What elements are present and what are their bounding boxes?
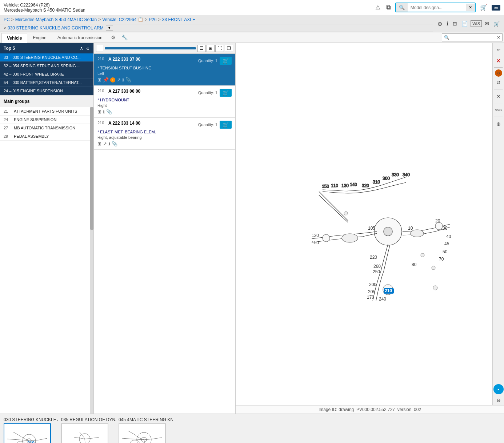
thumb-box-1[interactable] — [61, 423, 108, 443]
main-content: Top 5 ∧ « 33 – 030 STEERING KNUCKLE AND … — [0, 43, 504, 414]
svg-text:340: 340 — [403, 172, 410, 177]
top5-item-4[interactable]: 24 – 015 ENGINE SUSPENSION — [0, 87, 93, 95]
thumb-nav: 030 STEERING KNUCKLE AND CONTROL ARM 📌 ↗ — [4, 417, 500, 443]
cart-add-btn-2[interactable]: 🛒 — [220, 121, 232, 129]
zoom-out-diagram-btn[interactable]: ⊖ — [493, 395, 504, 405]
group-item-27[interactable]: 27 MB AUTOMATIC TRANSMISSION — [0, 124, 93, 132]
thumb-box-0[interactable]: 210 — [4, 423, 51, 443]
bc-pc[interactable]: PC — [4, 17, 10, 22]
svg-text:80: 80 — [412, 262, 417, 267]
model-search-icon[interactable]: 🔍 — [396, 3, 408, 12]
top5-collapse-btn[interactable]: ∧ — [79, 45, 84, 51]
arrow-icon-2[interactable]: ↗ — [103, 141, 107, 146]
cart-add-btn-1[interactable]: 🛒 — [220, 89, 232, 97]
grid-view-btn[interactable]: ⊞ — [207, 45, 215, 52]
warning-button[interactable]: ⚠ — [374, 3, 382, 12]
left-scrollbar[interactable] — [90, 107, 93, 414]
svg-point-40 — [433, 286, 437, 290]
svg-text:240: 240 — [379, 297, 386, 301]
tabs-search-box: 🔍 ✕ — [442, 33, 503, 41]
model-search-input[interactable] — [408, 4, 466, 12]
mail-btn[interactable]: ✉ — [483, 20, 491, 27]
tab-automatic-transmission[interactable]: Automatic transmission — [52, 33, 108, 43]
blue-dot-btn[interactable]: ● — [493, 384, 504, 394]
arrow-icon-0[interactable]: ↗ — [117, 77, 121, 82]
clip-icon-0[interactable]: 📎 — [125, 77, 131, 82]
clip-icon-1[interactable]: 📎 — [106, 109, 112, 114]
sidebar-svg-btn[interactable]: SVG — [493, 105, 504, 115]
bc-dropdown-btn[interactable]: ▼ — [106, 25, 113, 31]
pin-icon-0[interactable]: 📌 — [103, 77, 109, 82]
part-item-1[interactable]: 210 A 217 333 00 00 Quantity: 1 🛒 * HYDR… — [94, 86, 235, 118]
info-icon-0[interactable]: ℹ — [122, 77, 124, 82]
zoom-in-btn[interactable]: ⊕ — [436, 20, 444, 28]
top5-list: 33 – 030 STEERING KNUCKLE AND CO... 32 –… — [0, 53, 93, 95]
bc-p26[interactable]: P26 — [149, 17, 156, 22]
group-item-21[interactable]: 21 ATTACHMENT PARTS FOR UNITS — [0, 107, 93, 116]
grid-icon-2[interactable]: ⊞ — [97, 141, 101, 146]
group-list: 21 ATTACHMENT PARTS FOR UNITS 24 ENGINE … — [0, 107, 93, 414]
bc-front-axle[interactable]: 33 FRONT AXLE — [162, 17, 195, 22]
bc-steering-knuckle[interactable]: 030 STEERING KNUCKLE AND CONTROL ARM — [8, 25, 104, 31]
top5-item-0[interactable]: 33 – 030 STEERING KNUCKLE AND CO... — [0, 53, 93, 62]
sidebar-cross-btn[interactable]: ✕ — [493, 91, 504, 101]
info-icon-1[interactable]: ℹ — [103, 109, 105, 114]
cart-btn-toolbar[interactable]: 🛒 — [492, 20, 501, 27]
part-item-2[interactable]: 210 A 222 333 14 00 Quantity: 1 🛒 * ELAS… — [94, 118, 235, 150]
tabs-search-input[interactable] — [451, 34, 495, 41]
top5-item-3[interactable]: 54 – 030 BATTERY,STARTER/ALTERNAT... — [0, 78, 93, 87]
info-btn[interactable]: ℹ — [445, 20, 450, 27]
svg-point-42 — [421, 253, 424, 257]
svg-point-16 — [435, 222, 443, 230]
center-progress-bar — [105, 47, 196, 49]
model-search-box: 🔍 ✕ — [395, 3, 476, 12]
clip-icon-2[interactable]: 📎 — [112, 141, 117, 146]
center-toolbar: ☰ ⊞ ⛶ ❐ — [94, 43, 235, 54]
svg-text:210: 210 — [27, 440, 35, 443]
group-item-24[interactable]: 24 ENGINE SUSPENSION — [0, 116, 93, 124]
part-item-0[interactable]: 210 A 222 333 37 00 Quantity: 1 🛒 * TENS… — [94, 54, 235, 86]
tab-icon-settings[interactable]: ⚙ — [108, 32, 119, 43]
close-diagram-btn[interactable]: ✕ — [493, 56, 504, 66]
tab-icon-wrench[interactable]: 🔧 — [119, 32, 131, 43]
cart-button-top[interactable]: 🛒 — [479, 3, 489, 12]
model-search-clear[interactable]: ✕ — [466, 4, 475, 11]
image-id-text: Image ID: drawing_PV000.002.552.727_vers… — [319, 407, 421, 412]
center-checkbox[interactable] — [96, 45, 103, 52]
filter-btn[interactable]: ⊟ — [451, 20, 459, 27]
wis-btn[interactable]: WIS — [471, 20, 482, 27]
diagram-svg: 340 330 300 310 320 140 130 110 150 — [283, 148, 457, 301]
svg-point-14 — [411, 230, 424, 237]
lang-badge: en — [492, 5, 500, 11]
tab-engine[interactable]: Engine — [27, 33, 52, 43]
copy-button[interactable]: ⧉ — [385, 2, 392, 13]
bc-vehicle-id[interactable]: Vehicle: C222964 — [102, 17, 136, 22]
full-view-btn[interactable]: ⛶ — [215, 45, 224, 52]
list-view-btn[interactable]: ☰ — [197, 45, 206, 52]
copy-view-btn[interactable]: ❐ — [225, 45, 233, 52]
vehicle-name: Mercedes-Maybach S 450 4MATIC Sedan — [4, 8, 85, 13]
tab-vehicle[interactable]: Vehicle — [1, 33, 27, 43]
sidebar-orange-circle[interactable]: ↺ — [495, 69, 502, 77]
tabs-search-clear[interactable]: ✕ — [495, 34, 502, 41]
zoom-in-diagram-btn[interactable]: ⊕ — [493, 119, 504, 129]
top5-item-2[interactable]: 42 – 030 FRONT WHEEL BRAKE — [0, 70, 93, 78]
image-id-bar: Image ID: drawing_PV000.002.552.727_vers… — [236, 405, 504, 414]
bc-vehicle-line[interactable]: Mercedes-Maybach S 450 4MATIC Sedan — [15, 17, 97, 22]
svg-text:310: 310 — [373, 180, 380, 185]
svg-text:300: 300 — [383, 176, 390, 181]
cart-add-btn-0[interactable]: 🛒 — [220, 57, 232, 65]
grid-icon-0[interactable]: ⊞ — [97, 77, 101, 82]
doc-btn[interactable]: 📄 — [460, 20, 469, 27]
edit-btn[interactable]: ✏ — [493, 45, 504, 55]
thumb-box-2[interactable] — [119, 423, 166, 443]
top5-expand-btn[interactable]: « — [85, 45, 90, 51]
thumb-label-2: 045 4MATIC STEERING KNUCKLE & CONTROL AR… — [119, 417, 173, 422]
top5-item-1[interactable]: 32 – 054 SPRING STRUT AND SPRING ... — [0, 62, 93, 70]
grid-icon-1[interactable]: ⊞ — [97, 109, 101, 114]
vehicle-id: Vehicle: C222964 (P26) — [4, 3, 85, 8]
bc-copy-icon[interactable]: 📋 — [138, 17, 143, 22]
info-icon-2[interactable]: ℹ — [108, 141, 110, 146]
sidebar-history-btn[interactable]: ↺ — [493, 77, 504, 88]
group-item-29[interactable]: 29 PEDAL ASSEMBLY — [0, 132, 93, 141]
